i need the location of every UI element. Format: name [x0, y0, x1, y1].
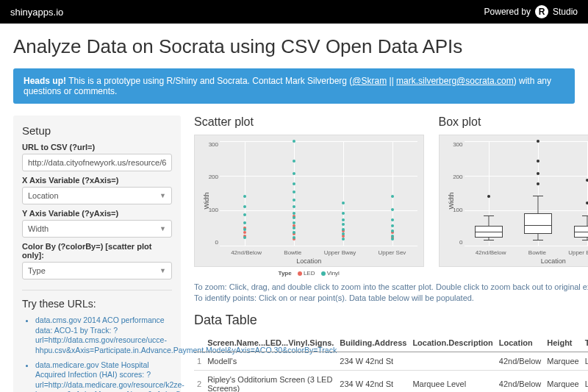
scatter-plot[interactable]: 3002001000 42nd/BelowBowtieUpper BwayUpp…: [194, 135, 424, 267]
try-url-item: data.cms.gov 2014 ACO performance data: …: [35, 316, 172, 356]
xaxis-value: Location: [28, 191, 59, 200]
rstudio-icon: R: [535, 5, 548, 18]
scatter-block: Scatter plot 3002001000 42nd/BelowBowtie…: [194, 115, 424, 277]
alert-handle-link[interactable]: @Skram: [352, 76, 387, 86]
datatable-section: Data Table Screen.Name...LED...Vinyl.Sig…: [194, 313, 588, 392]
url-label: URL to CSV (?url=): [22, 143, 172, 152]
x-ticks: 42nd/BelowBowtieUpper BwayUpper Sev: [220, 249, 417, 256]
box-plot[interactable]: 3002001000 42nd/BelowBowtieUpper BwayUpp…: [439, 135, 588, 267]
table-row[interactable]: 1Modell's234 W 42nd St42nd/BelowMarqueeL…: [194, 352, 588, 371]
xaxis-select[interactable]: Location ▼: [22, 187, 172, 204]
table-header[interactable]: Building.Address: [337, 334, 409, 352]
table-header[interactable]: Location: [496, 334, 545, 352]
try-urls-header: Try these URLs:: [22, 298, 172, 310]
scatter-title: Scatter plot: [194, 115, 424, 129]
page-title: Analyze Data on Socrata using CSV Open D…: [13, 35, 575, 58]
yaxis-value: Width: [28, 224, 49, 233]
table-header[interactable]: Type: [582, 334, 588, 352]
rstudio-label: Studio: [553, 7, 578, 17]
main-content: Scatter plot 3002001000 42nd/BelowBowtie…: [194, 115, 588, 392]
table-header[interactable]: Location.Description: [409, 334, 495, 352]
alert-email-link[interactable]: mark.silverberg@socrata.com: [396, 76, 514, 86]
try-url-link[interactable]: data.medicare.gov State Hospital Acquire…: [35, 360, 196, 392]
powered-by: Powered by R Studio: [484, 5, 578, 18]
scatter-legend: Type LED Vinyl: [194, 270, 424, 277]
yaxis-label: Y Axis Variable (?yAxis=): [22, 209, 172, 218]
setup-header: Setup: [22, 124, 172, 137]
xaxis-label: X Axis Variable (?xAxis=): [22, 176, 172, 185]
alert-bold: Heads up!: [24, 76, 66, 86]
caret-icon: ▼: [159, 225, 166, 232]
y-axis-label: Width: [447, 192, 454, 209]
powered-label: Powered by: [484, 7, 531, 17]
x-axis-label: Location: [541, 257, 566, 265]
datatable-title: Data Table: [194, 313, 588, 328]
table-header[interactable]: Height: [544, 334, 581, 352]
box-block: Box plot 3002001000 42nd/BelowBowtieUppe…: [439, 115, 588, 277]
caret-icon: ▼: [159, 267, 166, 274]
try-urls-list: data.cms.gov 2014 ACO performance data: …: [22, 316, 172, 392]
identify-hint: To identify points: Click on or near poi…: [194, 293, 588, 302]
x-axis-label: Location: [296, 257, 321, 265]
alert-sep: ||: [387, 76, 396, 86]
data-table: Screen.Name...LED...Vinyl.Signs.Building…: [194, 334, 588, 392]
try-url-item: data.medicare.gov State Hospital Acquire…: [35, 360, 172, 392]
y-axis-label: Width: [203, 192, 210, 209]
alert-text: This is a prototype using R/Shiny and So…: [68, 76, 352, 86]
yaxis-select[interactable]: Width ▼: [22, 220, 172, 238]
table-header[interactable]: Screen.Name...LED...Vinyl.Signs.: [204, 334, 337, 352]
colorby-select[interactable]: Type ▼: [22, 262, 172, 279]
table-row[interactable]: 2Ripley's Odditorium Screen (3 LED Scree…: [194, 371, 588, 393]
topbar: shinyapps.io Powered by R Studio: [0, 0, 588, 24]
colorby-value: Type: [28, 266, 46, 275]
url-input[interactable]: [22, 154, 172, 171]
brand[interactable]: shinyapps.io: [10, 7, 63, 18]
alert-banner: Heads up! This is a prototype using R/Sh…: [13, 68, 575, 104]
sidebar: Setup URL to CSV (?url=) X Axis Variable…: [13, 115, 181, 392]
box-title: Box plot: [439, 115, 588, 129]
caret-icon: ▼: [159, 192, 166, 199]
zoom-hint: To zoom: Click, drag, and double click t…: [194, 282, 588, 291]
x-ticks: 42nd/BelowBowtieUpper BwayUpper Sev: [465, 249, 588, 256]
colorby-label: Color By (?colorBy=) [scatter plot only]…: [22, 242, 172, 260]
